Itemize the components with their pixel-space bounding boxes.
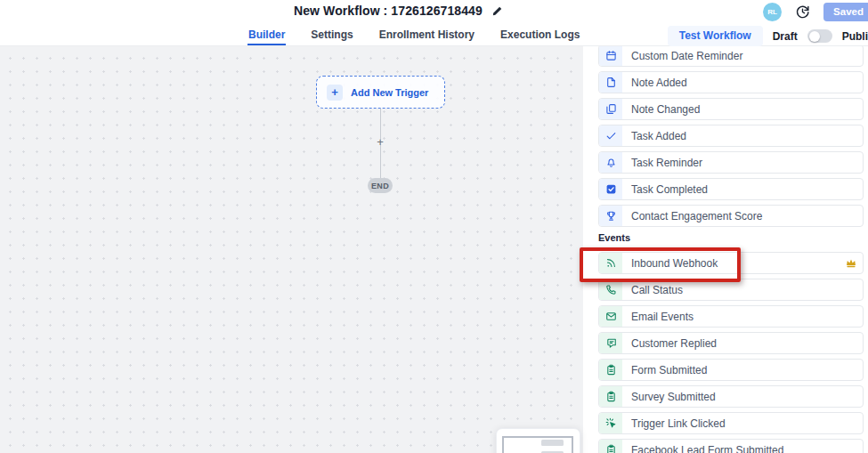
trigger-item-task-completed[interactable]: Task Completed <box>598 178 864 200</box>
trigger-item-label: Customer Replied <box>631 337 717 350</box>
toggle-knob <box>809 31 820 42</box>
trigger-item-note-changed[interactable]: Note Changed <box>598 98 864 120</box>
clipboard-icon <box>599 440 622 453</box>
trigger-item-label: Task Reminder <box>631 157 702 169</box>
trigger-item-form-submitted[interactable]: Form Submitted <box>598 359 864 381</box>
tab-bar-actions: Test Workflow Draft Publish <box>668 25 868 46</box>
title-bar-actions: RL Saved <box>763 3 868 21</box>
skeleton-bar <box>541 440 564 446</box>
title-bar: New Workflow : 1726126718449 RL Saved <box>0 0 868 25</box>
trigger-item-label: Call Status <box>631 284 683 296</box>
trigger-item-label: Task Completed <box>631 183 708 196</box>
tab-settings[interactable]: Settings <box>310 25 353 45</box>
tab-builder[interactable]: Builder <box>247 25 286 45</box>
trigger-item-inbound-webhook[interactable]: Inbound Webhook <box>598 252 864 274</box>
trigger-item-label: Survey Submitted <box>631 391 716 403</box>
tab-execution-logs[interactable]: Execution Logs <box>499 25 580 45</box>
publish-label: Publish <box>842 30 868 43</box>
tab-enrollment-history[interactable]: Enrollment History <box>378 25 475 45</box>
trigger-item-contact-engagement-score[interactable]: Contact Engagement Score <box>598 205 864 227</box>
trigger-item-label: Form Submitted <box>631 364 707 376</box>
add-new-trigger-label: Add New Trigger <box>351 87 428 98</box>
chat-reply-icon <box>599 333 622 353</box>
end-node: END <box>368 178 393 193</box>
tab-bar: BuilderSettingsEnrollment HistoryExecuti… <box>0 25 868 46</box>
trigger-item-custom-date-reminder[interactable]: Custom Date Reminder <box>598 46 864 67</box>
history-clock-icon[interactable] <box>795 4 810 20</box>
calendar-icon <box>599 46 622 66</box>
test-workflow-button[interactable]: Test Workflow <box>668 26 763 46</box>
main-area: + Add New Trigger + END Custom Date Remi… <box>0 46 868 453</box>
trigger-item-label: Inbound Webhook <box>631 257 718 270</box>
tab-bar-tabs: BuilderSettingsEnrollment HistoryExecuti… <box>247 25 580 45</box>
trigger-item-label: Facebook Lead Form Submitted <box>631 444 783 453</box>
trigger-item-email-events[interactable]: Email Events <box>598 305 864 328</box>
crown-icon <box>845 257 857 269</box>
trigger-item-label: Note Changed <box>631 103 700 116</box>
trophy-icon <box>599 206 622 226</box>
peeking-panel <box>496 428 580 453</box>
trigger-item-customer-replied[interactable]: Customer Replied <box>598 332 864 354</box>
trigger-item-label: Task Added <box>631 130 686 142</box>
publish-toggle[interactable] <box>807 29 832 43</box>
check-icon <box>599 125 622 146</box>
clipboard-icon <box>599 360 622 380</box>
peeking-panel-frame <box>502 436 573 453</box>
webhook-icon <box>599 253 622 273</box>
workflow-canvas[interactable]: + Add New Trigger + END <box>0 46 583 453</box>
checkbox-icon <box>599 179 622 199</box>
trigger-item-label: Note Added <box>631 77 687 89</box>
trigger-item-label: Email Events <box>631 311 694 323</box>
trigger-item-label: Custom Date Reminder <box>631 50 742 62</box>
mail-icon <box>599 306 622 327</box>
trigger-list: Custom Date ReminderNote AddedNote Chang… <box>598 46 864 453</box>
note-icon <box>599 72 622 93</box>
avatar[interactable]: RL <box>763 3 782 21</box>
trigger-item-task-added[interactable]: Task Added <box>598 125 864 147</box>
trigger-item-note-added[interactable]: Note Added <box>598 71 864 93</box>
page-title: New Workflow : 1726126718449 <box>294 4 483 18</box>
draft-label: Draft <box>773 30 798 43</box>
saved-button[interactable]: Saved <box>823 3 868 21</box>
trigger-item-task-reminder[interactable]: Task Reminder <box>598 151 864 174</box>
cursor-click-icon <box>599 413 622 433</box>
section-header-events: Events <box>598 231 864 244</box>
trigger-item-label: Trigger Link Clicked <box>631 417 726 430</box>
pencil-icon[interactable] <box>491 5 503 17</box>
bell-icon <box>599 152 622 173</box>
add-step-plus-icon[interactable]: + <box>374 135 386 149</box>
trigger-item-trigger-link-clicked[interactable]: Trigger Link Clicked <box>598 412 864 434</box>
trigger-item-label: Contact Engagement Score <box>631 210 762 222</box>
note-changed-icon <box>599 99 622 119</box>
trigger-item-facebook-lead-form-submitted[interactable]: Facebook Lead Form Submitted <box>598 439 864 453</box>
trigger-sidebar[interactable]: Custom Date ReminderNote AddedNote Chang… <box>583 46 868 453</box>
clipboard-icon <box>599 386 622 407</box>
add-new-trigger-button[interactable]: + Add New Trigger <box>316 76 445 109</box>
phone-icon <box>599 279 622 300</box>
trigger-item-survey-submitted[interactable]: Survey Submitted <box>598 385 864 408</box>
trigger-item-call-status[interactable]: Call Status <box>598 279 864 301</box>
workflow-title-group: New Workflow : 1726126718449 <box>294 4 503 18</box>
plus-icon: + <box>327 85 343 101</box>
